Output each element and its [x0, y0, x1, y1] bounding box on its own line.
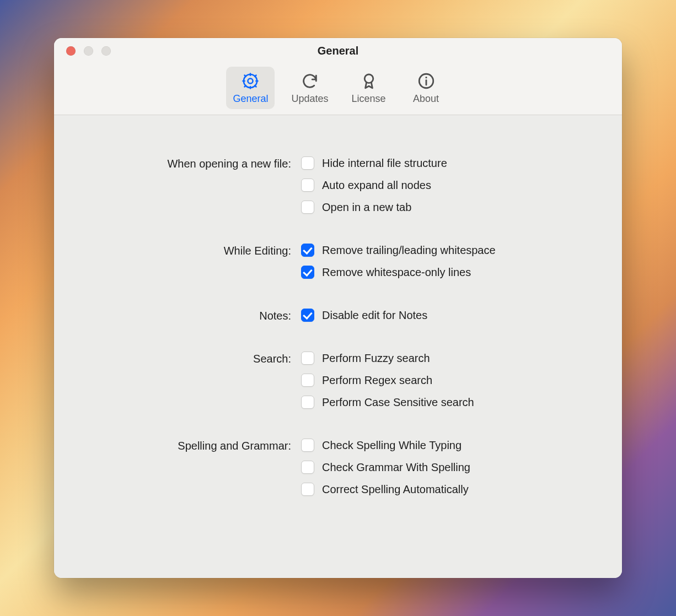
maximize-button[interactable] [101, 46, 111, 56]
checkbox-perform-fuzzy-search[interactable] [301, 352, 314, 365]
minimize-button[interactable] [84, 46, 93, 56]
tab-license[interactable]: License [345, 67, 393, 109]
option-row: Correct Spelling Automatically [301, 483, 600, 496]
checkbox-label: Correct Spelling Automatically [322, 483, 469, 496]
checkbox-label: Disable edit for Notes [322, 309, 427, 322]
option-row: Perform Fuzzy search [301, 352, 600, 365]
checkbox-label: Remove trailing/leading whitespace [322, 244, 496, 257]
tab-updates[interactable]: Updates [285, 67, 335, 109]
section-opening: Hide internal file structure Auto expand… [301, 156, 600, 214]
checkbox-disable-edit-for-notes[interactable] [301, 309, 314, 322]
checkbox-perform-regex-search[interactable] [301, 374, 314, 387]
info-icon [416, 71, 436, 91]
section-search: Perform Fuzzy search Perform Regex searc… [301, 352, 600, 409]
preferences-form: When opening a new file: Hide internal f… [76, 156, 600, 496]
preferences-window: General General Updates [54, 38, 622, 578]
checkbox-label: Check Spelling While Typing [322, 439, 462, 452]
checkbox-remove-whitespace-only-lines[interactable] [301, 266, 314, 279]
refresh-icon [300, 71, 320, 91]
checkbox-check-grammar-with-spelling[interactable] [301, 461, 314, 474]
option-row: Remove trailing/leading whitespace [301, 244, 600, 257]
section-label-spelling: Spelling and Grammar: [76, 439, 291, 496]
traffic-lights [54, 46, 111, 56]
tab-about[interactable]: About [403, 67, 450, 109]
section-label-editing: While Editing: [76, 244, 291, 309]
checkbox-check-spelling-while-typing[interactable] [301, 439, 314, 452]
checkbox-label: Check Grammar With Spelling [322, 461, 470, 474]
close-button[interactable] [66, 46, 76, 56]
option-row: Check Grammar With Spelling [301, 461, 600, 474]
checkbox-label: Perform Regex search [322, 374, 432, 387]
tab-general[interactable]: General [226, 67, 275, 109]
section-label-search: Search: [76, 352, 291, 439]
option-row: Check Spelling While Typing [301, 439, 600, 452]
svg-point-0 [248, 78, 253, 83]
option-row: Perform Case Sensitive search [301, 396, 600, 409]
gear-icon [240, 71, 260, 91]
checkbox-label: Hide internal file structure [322, 157, 447, 170]
checkbox-label: Perform Case Sensitive search [322, 396, 474, 409]
tab-label: About [413, 93, 439, 105]
titlebar: General [54, 38, 622, 63]
tab-label: General [233, 93, 268, 105]
section-notes: Disable edit for Notes [301, 309, 600, 322]
svg-point-5 [425, 77, 427, 78]
section-label-notes: Notes: [76, 309, 291, 352]
option-row: Perform Regex search [301, 374, 600, 387]
option-row: Remove whitespace-only lines [301, 266, 600, 279]
tab-label: Updates [291, 93, 328, 105]
checkbox-remove-trailing-leading-whitespace[interactable] [301, 244, 314, 257]
option-row: Hide internal file structure [301, 156, 600, 170]
preferences-content: When opening a new file: Hide internal f… [54, 115, 622, 578]
section-label-opening: When opening a new file: [76, 156, 291, 244]
checkbox-perform-case-sensitive-search[interactable] [301, 396, 314, 409]
tab-bar: General Updates License [54, 63, 622, 115]
badge-icon [359, 71, 379, 91]
svg-point-2 [364, 74, 373, 83]
option-row: Disable edit for Notes [301, 309, 600, 322]
checkbox-label: Perform Fuzzy search [322, 352, 430, 365]
option-row: Open in a new tab [301, 201, 600, 214]
checkbox-correct-spelling-automatically[interactable] [301, 483, 314, 496]
section-spelling: Check Spelling While Typing Check Gramma… [301, 439, 600, 496]
checkbox-open-in-new-tab[interactable] [301, 201, 314, 214]
checkbox-label: Remove whitespace-only lines [322, 266, 471, 279]
window-title: General [54, 45, 622, 57]
option-row: Auto expand all nodes [301, 179, 600, 192]
tab-label: License [352, 93, 386, 105]
checkbox-auto-expand-all-nodes[interactable] [301, 179, 314, 192]
checkbox-label: Open in a new tab [322, 201, 411, 214]
checkbox-hide-internal-file-structure[interactable] [301, 156, 314, 170]
checkbox-label: Auto expand all nodes [322, 179, 431, 192]
section-editing: Remove trailing/leading whitespace Remov… [301, 244, 600, 279]
